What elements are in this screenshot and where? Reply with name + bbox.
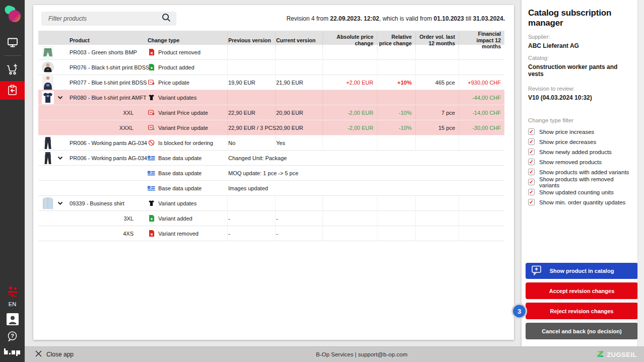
relative-price-change: -10% <box>377 120 415 135</box>
search-icon[interactable] <box>161 13 171 25</box>
app-logo-icon <box>4 17 22 25</box>
language-selector[interactable]: EN <box>9 301 16 307</box>
change-type-label: Price update <box>158 80 189 86</box>
bubble-plus-icon <box>531 265 542 277</box>
table-row[interactable]: Base data updateImages updated <box>38 181 504 196</box>
chevron-down-icon[interactable] <box>56 199 64 207</box>
table-row[interactable]: PR003 - Green shorts BMPProduct removed <box>38 45 504 60</box>
order-volume <box>415 211 459 226</box>
table-row[interactable]: Base data updateMOQ update: 1 pce -> 5 p… <box>38 166 504 181</box>
sidebar-item-user-switch[interactable] <box>0 282 25 300</box>
filter-checkbox-row[interactable]: ✓Show updated counting units <box>528 189 631 195</box>
change-type-cell: Variant updates <box>147 90 227 105</box>
table-row[interactable]: 3XLVariant added-- <box>38 211 504 226</box>
sidebar-item-catalog-subscription[interactable] <box>0 81 25 100</box>
change-detail: MOQ update: 1 pce -> 5 pce <box>227 166 504 180</box>
checkbox-icon[interactable]: ✓ <box>528 128 535 135</box>
revision-valid-from: 01.10.2023 <box>434 15 464 22</box>
checkbox-icon[interactable]: ✓ <box>528 149 535 155</box>
product-thumb-cell <box>38 45 69 59</box>
sidebar-item-workplace[interactable] <box>0 34 25 51</box>
filter-checkbox-row[interactable]: ✓Show newly added products <box>528 149 631 155</box>
absolute-price-change <box>323 60 377 75</box>
revision-review-label: Revision to review: <box>528 86 631 92</box>
change-type-label: Variant removed <box>158 231 199 237</box>
product-name: XXXL <box>69 120 147 135</box>
close-app-button[interactable]: Close app <box>35 350 74 358</box>
relative-price-change <box>377 90 415 105</box>
table-row[interactable]: PR080 - Blue t-shirt print AMFTVariant u… <box>38 90 504 105</box>
checkbox-icon[interactable]: ✓ <box>528 179 535 185</box>
table-row[interactable]: PR006 - Working pants AG-034Base data up… <box>38 151 504 166</box>
product-name: PR077 - Blue t-shirt print BDSS <box>69 75 147 90</box>
work-pants-photo <box>42 151 54 165</box>
checkbox-icon[interactable]: ✓ <box>528 138 535 145</box>
table-header: Product Change type Previous version Cur… <box>38 31 504 45</box>
table-row[interactable]: XXXLVariant Price update22,90 EUR / 3 PC… <box>38 120 504 135</box>
financial-impact <box>459 45 504 59</box>
table-row[interactable]: PR076 - Black t-shirt print BDSSProduct … <box>38 60 504 75</box>
filter-checkbox-row[interactable]: ✓Show products with removed variants <box>528 179 631 185</box>
change-detail: Changed Unit: Package <box>227 151 504 165</box>
change-type-filter-heading: Change type filter <box>528 117 631 123</box>
search-box[interactable] <box>41 12 176 26</box>
app-root: EN ? Revision 4 from 22.09.2023. 12:02, … <box>0 0 644 362</box>
table-row[interactable]: PR077 - Blue t-shirt print BDSSPrice upd… <box>38 75 504 90</box>
sidebar-item-cart[interactable] <box>0 60 25 78</box>
variant-updates-icon <box>148 200 155 206</box>
change-type-label: Base data update <box>158 155 202 161</box>
change-type-cell: Variant updates <box>147 196 227 210</box>
monitor-icon <box>7 36 19 48</box>
absolute-price-change <box>323 45 377 59</box>
base-data-icon <box>148 185 155 191</box>
product-thumb-cell <box>38 75 69 90</box>
change-type-label: Variant Price update <box>158 110 208 116</box>
checkbox-icon[interactable]: ✓ <box>528 189 535 195</box>
absolute-price-change <box>323 196 377 210</box>
product-name: PR006 - Working pants AG-034 <box>69 135 147 150</box>
filter-checkbox-row[interactable]: ✓Show price decreases <box>528 138 631 145</box>
relative-price-change <box>377 226 415 241</box>
filter-label: Show updated counting units <box>539 189 614 195</box>
pending-count-badge: 3 <box>513 305 526 317</box>
chevron-down-icon[interactable] <box>56 94 64 101</box>
filter-checkbox-row[interactable]: ✓Show removed products <box>528 159 631 165</box>
product-removed-icon <box>148 49 155 55</box>
order-volume <box>415 60 459 75</box>
product-name: PR003 - Green shorts BMP <box>69 45 147 59</box>
sidebar-item-profile[interactable] <box>0 311 25 328</box>
table-row[interactable]: PR006 - Working pants AG-034Is blocked f… <box>38 135 504 151</box>
filter-checkbox-row[interactable]: ✓Show min. order quantity updates <box>528 199 631 205</box>
table-row[interactable]: 4XSVariant removed-- <box>38 226 504 241</box>
table-row[interactable]: XXLVariant Price update22,90 EUR20,90 EU… <box>38 105 504 120</box>
checkbox-icon[interactable]: ✓ <box>528 199 535 205</box>
financial-impact <box>459 135 504 150</box>
chevron-down-icon[interactable] <box>56 154 64 162</box>
search-input[interactable] <box>47 15 161 23</box>
workspace: Revision 4 from 22.09.2023. 12:02, which… <box>25 0 644 346</box>
sidebar-item-help[interactable]: ? <box>0 328 25 345</box>
current-version <box>275 45 323 59</box>
cancel-button[interactable]: Cancel and back (no decision) <box>526 323 638 339</box>
financial-impact: -30,00 CHF <box>459 120 504 135</box>
reject-revision-button[interactable]: Reject revision changes <box>526 303 638 319</box>
checkbox-icon[interactable]: ✓ <box>528 169 535 175</box>
show-product-button[interactable]: Show product in catalog <box>526 263 638 279</box>
change-type-cell: Is blocked for ordering <box>147 135 227 150</box>
app-logo[interactable] <box>4 5 22 26</box>
relative-price-change <box>377 60 415 75</box>
accept-revision-button[interactable]: Accept revision changes <box>526 282 638 299</box>
panel-title: Catalog subscription manager <box>528 8 631 28</box>
filter-checkbox-row[interactable]: ✓Show products with added variants <box>528 169 631 175</box>
checkbox-icon[interactable]: ✓ <box>528 159 535 165</box>
table-body: PR003 - Green shorts BMPProduct removedP… <box>38 45 504 241</box>
order-volume <box>415 135 459 150</box>
previous-version <box>227 90 275 105</box>
absolute-price-change <box>323 90 377 105</box>
change-type-label: Variant updates <box>158 200 197 206</box>
filter-checkbox-row[interactable]: ✓Show price increases <box>528 128 631 135</box>
scrollbar[interactable] <box>637 0 644 346</box>
filter-label: Show min. order quantity updates <box>539 199 625 205</box>
table-row[interactable]: 09339 - Business shirtVariant updates <box>38 196 504 211</box>
product-thumb-cell <box>38 166 69 180</box>
